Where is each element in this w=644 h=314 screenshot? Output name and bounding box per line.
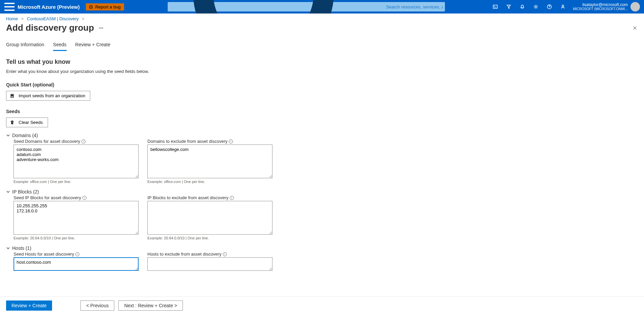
header-tools: lisataylor@microsoft.com MICROSOFT (MICR… <box>488 0 642 14</box>
ipblocks-seed-textarea[interactable] <box>14 201 139 235</box>
feedback-icon[interactable] <box>556 0 570 14</box>
chevron-down-icon <box>6 190 10 194</box>
avatar <box>630 2 640 11</box>
close-icon[interactable] <box>633 26 637 31</box>
info-icon[interactable]: i <box>82 196 87 200</box>
accordion-domains[interactable]: Domains (4) <box>6 133 638 138</box>
account-directory: MICROSOFT (MICROSOFT.ONMI... <box>573 7 628 11</box>
hosts-excl-label: Hosts to exclude from asset discovery <box>147 252 221 257</box>
breadcrumb: Home > ContosoEASM | Discovery > <box>6 16 638 21</box>
brand-label[interactable]: Microsoft Azure (Preview) <box>16 4 84 10</box>
ipblocks-excl-label: IP Blocks to exclude from asset discover… <box>147 195 229 200</box>
global-header: Microsoft Azure (Preview) Report a bug l… <box>0 0 644 14</box>
hosts-seed-label: Seed Hosts for asset discovery <box>14 252 74 257</box>
help-icon[interactable] <box>543 0 556 14</box>
info-icon[interactable]: i <box>230 196 234 200</box>
directory-filter-icon[interactable] <box>502 0 516 14</box>
ipblocks-seed-label: Seed IP Blocks for asset discovery <box>14 195 81 200</box>
svg-rect-11 <box>11 96 13 96</box>
svg-point-8 <box>102 28 103 28</box>
info-icon[interactable]: i <box>81 139 86 143</box>
section-subheading: Enter what you know about your organizat… <box>6 69 638 74</box>
notifications-icon[interactable] <box>516 0 529 14</box>
tab-bar: Group Information Seeds Review + Create <box>6 42 638 51</box>
tab-seeds[interactable]: Seeds <box>53 42 67 51</box>
page-title: Add discovery group <box>6 23 94 33</box>
tab-group-info[interactable]: Group Information <box>6 42 44 51</box>
global-search[interactable] <box>168 2 445 11</box>
svg-rect-2 <box>493 5 497 8</box>
info-icon[interactable]: i <box>229 139 233 143</box>
footer-actions: Review + Create < Previous Next : Review… <box>0 296 644 314</box>
domains-excl-hint: Example: office.com | One per line. <box>147 180 272 184</box>
domains-excl-textarea[interactable] <box>147 145 272 178</box>
next-button[interactable]: Next : Review + Create > <box>118 300 183 311</box>
clear-seeds-button[interactable]: Clear Seeds <box>6 117 48 127</box>
svg-point-0 <box>90 6 92 8</box>
account-email: lisataylor@microsoft.com <box>573 2 628 7</box>
info-icon[interactable]: i <box>75 252 79 256</box>
previous-button[interactable]: < Previous <box>80 300 115 311</box>
section-heading: Tell us what you know <box>6 58 638 66</box>
accordion-domains-title: Domains (4) <box>12 133 38 138</box>
svg-point-6 <box>99 28 100 28</box>
accordion-ipblocks-title: IP Blocks (2) <box>12 189 39 194</box>
accordion-hosts-title: Hosts (1) <box>12 245 31 251</box>
ipblocks-excl-textarea[interactable] <box>147 201 272 235</box>
import-seeds-label: Import seeds from an organization <box>19 93 85 98</box>
svg-point-3 <box>535 6 536 7</box>
seeds-heading: Seeds <box>6 109 638 114</box>
domains-seed-textarea[interactable] <box>14 145 139 178</box>
account-menu[interactable]: lisataylor@microsoft.com MICROSOFT (MICR… <box>570 2 642 11</box>
hamburger-menu-icon[interactable] <box>3 0 16 14</box>
quick-start-label: Quick Start (optional) <box>6 82 638 87</box>
content-pane: Home > ContosoEASM | Discovery > Add dis… <box>0 14 644 296</box>
tab-review-create[interactable]: Review + Create <box>75 42 111 51</box>
accordion-ipblocks[interactable]: IP Blocks (2) <box>6 189 638 194</box>
info-icon[interactable]: i <box>223 252 227 256</box>
more-actions-icon[interactable] <box>97 26 105 30</box>
breadcrumb-discovery[interactable]: ContosoEASM | Discovery <box>27 16 79 21</box>
cloud-shell-icon[interactable] <box>488 0 502 14</box>
hosts-seed-textarea[interactable] <box>14 257 139 271</box>
review-create-button[interactable]: Review + Create <box>6 300 52 311</box>
chevron-down-icon <box>6 246 10 250</box>
search-input[interactable] <box>384 2 443 11</box>
import-seeds-button[interactable]: Import seeds from an organization <box>6 91 90 101</box>
ipblocks-seed-hint: Example: 20.64.0.0/10 | One per line. <box>14 236 139 240</box>
domains-seed-hint: Example: office.com | One per line. <box>14 180 139 184</box>
svg-rect-10 <box>11 95 13 95</box>
svg-point-5 <box>562 5 564 7</box>
hosts-excl-textarea[interactable] <box>147 257 272 271</box>
report-bug-label: Report a bug <box>95 4 121 9</box>
accordion-hosts[interactable]: Hosts (1) <box>6 245 638 251</box>
clear-seeds-label: Clear Seeds <box>19 120 43 125</box>
report-bug-button[interactable]: Report a bug <box>86 3 124 10</box>
settings-gear-icon[interactable] <box>529 0 543 14</box>
svg-point-7 <box>101 28 101 28</box>
ipblocks-excl-hint: Example: 20.64.0.0/10 | One per line. <box>147 236 272 240</box>
domains-seed-label: Seed Domains for asset discovery <box>14 139 80 144</box>
chevron-down-icon <box>6 133 10 137</box>
breadcrumb-home[interactable]: Home <box>6 16 18 21</box>
domains-excl-label: Domains to exclude from asset discovery <box>147 139 228 144</box>
